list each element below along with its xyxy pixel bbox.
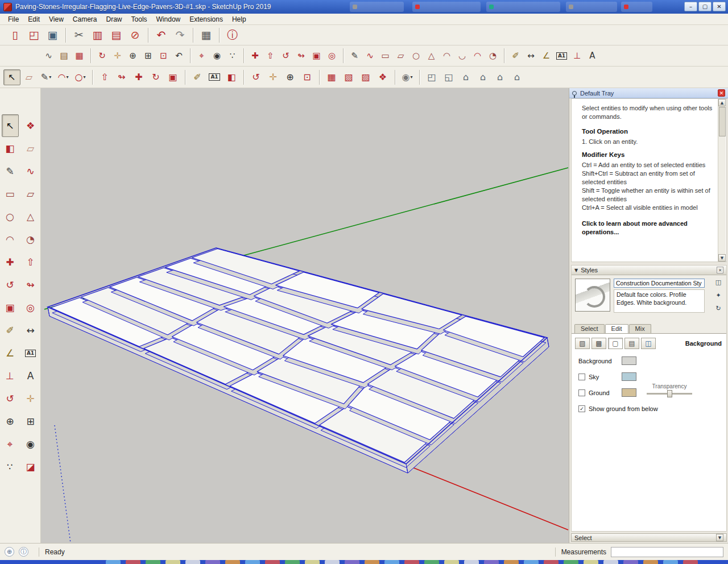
- position-camera-icon[interactable]: ⌖: [194, 48, 209, 63]
- taskbar-app-icon[interactable]: [404, 560, 419, 564]
- secondary-pane-icon[interactable]: ◫: [714, 278, 723, 287]
- taskbar-app-icon[interactable]: [245, 560, 260, 564]
- taskbar-app-icon[interactable]: [504, 560, 519, 564]
- 3d-warehouse-icon[interactable]: ▦: [323, 69, 340, 85]
- scrollbar-thumb[interactable]: [719, 107, 726, 136]
- ground-color-swatch[interactable]: [622, 388, 636, 397]
- axes-icon[interactable]: ⊥: [569, 48, 585, 63]
- rotated-rectangle-icon[interactable]: ▱: [22, 183, 39, 205]
- orbit-tool-icon[interactable]: ↺: [247, 69, 264, 85]
- sky-checkbox[interactable]: ✓: [578, 374, 585, 380]
- paint-bucket-icon[interactable]: ◧: [2, 137, 19, 160]
- rectangle-icon[interactable]: ▭: [378, 48, 393, 63]
- follow-me-tool-icon[interactable]: ↬: [113, 69, 130, 85]
- menu-extensions[interactable]: Extensions: [185, 14, 228, 24]
- new-icon[interactable]: ▯: [6, 27, 24, 44]
- taskbar-app-icon[interactable]: [106, 560, 121, 564]
- ground-checkbox[interactable]: ✓: [578, 389, 585, 396]
- edit-faces-icon[interactable]: ▩: [592, 338, 606, 349]
- rectangle-icon[interactable]: ▭: [2, 183, 19, 205]
- styles-tab-mix[interactable]: Mix: [629, 324, 651, 333]
- in-model-icon[interactable]: ▤: [56, 48, 72, 63]
- model-info-icon[interactable]: ⓘ: [223, 27, 242, 44]
- menu-window[interactable]: Window: [152, 14, 185, 24]
- taskbar-app-icon[interactable]: [464, 560, 479, 564]
- taskbar-app-icon[interactable]: [225, 560, 240, 564]
- minimize-button[interactable]: –: [684, 2, 697, 11]
- scale-icon[interactable]: ▣: [309, 48, 324, 63]
- menu-help[interactable]: Help: [228, 14, 251, 24]
- circle-icon[interactable]: ○: [408, 48, 424, 63]
- background-window-hint[interactable]: [486, 2, 560, 12]
- create-style-icon[interactable]: ✦: [714, 291, 723, 300]
- edit-edges-icon[interactable]: ▧: [575, 338, 590, 349]
- protractor-icon[interactable]: ∠: [2, 342, 19, 364]
- show-ground-checkbox[interactable]: ✓: [578, 405, 585, 412]
- section-plane-icon[interactable]: ◪: [22, 455, 39, 478]
- 3d-text-icon[interactable]: A: [585, 48, 600, 63]
- pie-icon[interactable]: ◔: [485, 48, 500, 63]
- view-front-icon[interactable]: ⌂: [457, 69, 474, 85]
- transparency-slider[interactable]: [647, 393, 692, 395]
- taskbar-app-icon[interactable]: [126, 560, 140, 564]
- polygon-icon[interactable]: △: [424, 48, 439, 63]
- taskbar-app-icon[interactable]: [544, 560, 559, 564]
- sky-color-swatch[interactable]: [622, 372, 636, 381]
- offset-icon[interactable]: ◎: [22, 296, 39, 319]
- look-around-icon[interactable]: ◉: [22, 433, 39, 455]
- move-tool-icon[interactable]: ✚: [130, 69, 147, 85]
- taskbar-app-icon[interactable]: [683, 560, 698, 564]
- taskbar-app-icon[interactable]: [205, 560, 220, 564]
- text-tool-icon[interactable]: A1: [206, 69, 223, 85]
- cut-icon[interactable]: ✂: [69, 27, 88, 44]
- taskbar-app-icon[interactable]: [384, 560, 399, 564]
- push-pull-tool-icon[interactable]: ⇧: [96, 69, 113, 85]
- copy-icon[interactable]: ▥: [88, 27, 107, 44]
- rotated-rectangle-icon[interactable]: ▱: [393, 48, 408, 63]
- styles-panel-header[interactable]: ▼ Styles ✕: [572, 266, 726, 275]
- styles-tab-edit[interactable]: Edit: [605, 324, 628, 334]
- axes-icon[interactable]: ⊥: [2, 364, 19, 387]
- styles-close-icon[interactable]: ✕: [717, 267, 723, 273]
- pan-icon[interactable]: ✛: [110, 48, 125, 63]
- view-right-icon[interactable]: ⌂: [474, 69, 491, 85]
- dimension-icon[interactable]: ↔: [523, 48, 539, 63]
- zoom-window-icon[interactable]: ⊞: [22, 410, 39, 433]
- background-window-hint[interactable]: [350, 2, 404, 12]
- dropdown-caret-icon[interactable]: ▾: [410, 74, 412, 80]
- scale-tool-icon[interactable]: ▣: [164, 69, 181, 85]
- windows-taskbar[interactable]: [0, 560, 728, 564]
- zoom-icon[interactable]: ⊕: [2, 410, 19, 433]
- view-top-icon[interactable]: ◱: [440, 69, 457, 85]
- style-thumbnail[interactable]: [575, 279, 610, 312]
- taskbar-app-icon[interactable]: [345, 560, 359, 564]
- tape-measure-icon[interactable]: ✐: [508, 48, 523, 63]
- background-window-hint[interactable]: [621, 2, 652, 12]
- pan-icon[interactable]: ✛: [22, 387, 39, 410]
- rotate-tool-icon[interactable]: ↻: [147, 69, 164, 85]
- taskbar-app-icon[interactable]: [285, 560, 300, 564]
- background-window-hint[interactable]: [566, 2, 617, 12]
- zoom-extents-icon[interactable]: ⊡: [156, 48, 171, 63]
- line-icon[interactable]: ✎: [2, 160, 19, 183]
- taskbar-app-icon[interactable]: [564, 560, 578, 564]
- close-button[interactable]: ✕: [713, 2, 726, 11]
- save-icon[interactable]: ▣: [43, 27, 62, 44]
- follow-me-icon[interactable]: ↬: [22, 273, 39, 296]
- taskbar-app-icon[interactable]: [424, 560, 439, 564]
- three-point-arc-icon[interactable]: ◠: [470, 48, 485, 63]
- taskbar-app-icon[interactable]: [484, 560, 499, 564]
- menu-tools[interactable]: Tools: [127, 14, 152, 24]
- rotate-icon[interactable]: ↺: [278, 48, 293, 63]
- tape-measure-tool-icon[interactable]: ✐: [189, 69, 206, 85]
- arc-tool-icon[interactable]: ◠▾: [55, 69, 72, 85]
- instructor-scrollbar[interactable]: ▲ ▼: [718, 99, 726, 262]
- taskbar-app-icon[interactable]: [643, 560, 658, 564]
- walk-icon[interactable]: ∵: [2, 455, 19, 478]
- edit-modeling-icon[interactable]: ◫: [641, 338, 656, 349]
- tray-close-icon[interactable]: ✕: [718, 89, 725, 97]
- orbit-icon[interactable]: ↻: [94, 48, 110, 63]
- view-left-icon[interactable]: ⌂: [508, 69, 526, 85]
- shape-tool-icon[interactable]: ○▾: [72, 69, 89, 85]
- taskbar-app-icon[interactable]: [166, 560, 180, 564]
